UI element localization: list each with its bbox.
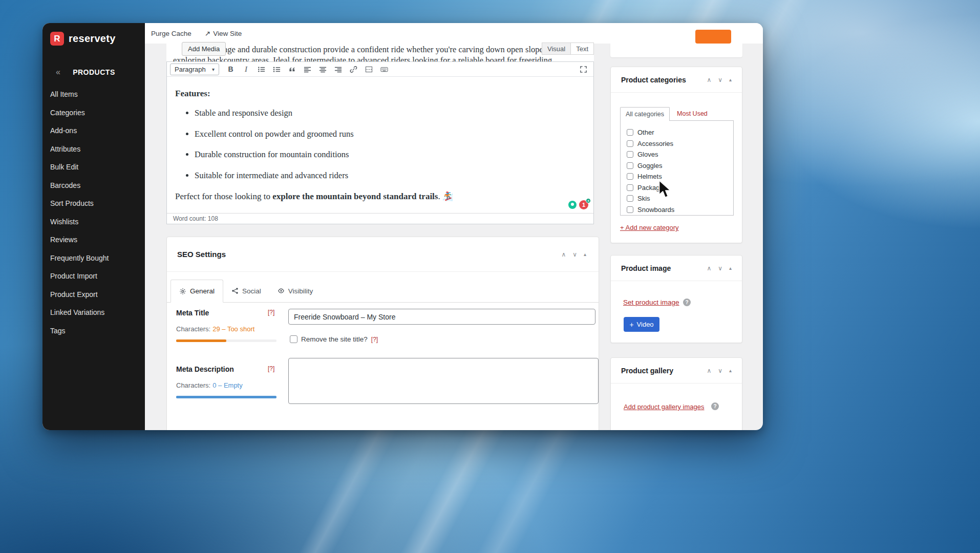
remove-site-title-row: Remove the site title? [?]	[290, 335, 378, 343]
link-button[interactable]	[347, 63, 360, 75]
sidebar-item-categories[interactable]: Categories	[42, 104, 145, 122]
sidebar-item-sort-products[interactable]: Sort Products	[42, 195, 145, 213]
panel-toggle-icon[interactable]: ▴	[729, 77, 732, 82]
sidebar-item-product-import[interactable]: Product Import	[42, 267, 145, 286]
bullet-list-button[interactable]	[254, 63, 268, 75]
update-button-partial[interactable]	[695, 30, 731, 44]
add-new-category-link[interactable]: + Add new category	[620, 224, 679, 231]
feature-item: Stable and responsive design	[195, 108, 585, 118]
remove-site-title-checkbox[interactable]	[290, 335, 297, 343]
category-checkbox[interactable]	[627, 184, 633, 191]
move-up-icon[interactable]: ∧	[707, 265, 711, 272]
grammarly-icon[interactable]	[568, 201, 577, 209]
feature-item: Excellent control on powder and groomed …	[195, 129, 585, 139]
panel-toggle-icon[interactable]: ▴	[584, 251, 586, 257]
suggestion-count-badge[interactable]: 1+	[579, 200, 588, 209]
paragraph-style-select[interactable]: Paragraph ▾	[170, 63, 219, 75]
sidebar-item-tags[interactable]: Tags	[42, 322, 145, 341]
category-checkbox[interactable]	[627, 195, 633, 202]
move-down-icon[interactable]: ∨	[718, 265, 722, 272]
align-right-button[interactable]	[331, 63, 345, 75]
panel-toggle-icon[interactable]: ▴	[729, 368, 732, 373]
sidebar-item-product-export[interactable]: Product Export	[42, 286, 145, 304]
sidebar-item-add-ons[interactable]: Add-ons	[42, 122, 145, 140]
italic-button[interactable]: I	[239, 63, 253, 75]
meta-description-length-bar	[176, 396, 276, 398]
meta-description-textarea[interactable]	[288, 358, 599, 404]
align-left-button[interactable]	[301, 63, 314, 75]
panel-toggle-icon[interactable]: ▴	[729, 265, 732, 271]
add-gallery-images-link[interactable]: Add product gallery images	[624, 403, 705, 411]
sidebar-item-linked-variations[interactable]: Linked Variations	[42, 304, 145, 322]
category-checkbox[interactable]	[627, 151, 633, 158]
keyboard-shortcuts-button[interactable]	[377, 63, 391, 75]
meta-description-help-link[interactable]: [?]	[268, 365, 274, 372]
help-icon[interactable]: ?	[711, 402, 719, 410]
add-media-button[interactable]: Add Media	[182, 42, 226, 56]
category-checkbox[interactable]	[627, 129, 633, 136]
category-row-accessories: Accessories	[627, 138, 733, 150]
category-checkbox[interactable]	[627, 173, 633, 180]
tab-social[interactable]: Social	[223, 280, 269, 302]
share-icon	[231, 287, 239, 294]
tab-social-label: Social	[242, 287, 261, 295]
numbered-list-button[interactable]	[270, 63, 284, 75]
tab-visual[interactable]: Visual	[542, 42, 570, 55]
sidebar-item-bulk-edit[interactable]: Bulk Edit	[42, 158, 145, 177]
sidebar-item-wishlists[interactable]: Wishlists	[42, 213, 145, 231]
bold-button[interactable]: B	[224, 63, 238, 75]
set-product-image-link[interactable]: Set product image	[623, 299, 679, 306]
move-down-icon[interactable]: ∨	[572, 251, 577, 258]
tab-visibility[interactable]: Visibility	[269, 280, 322, 302]
move-up-icon[interactable]: ∧	[561, 251, 566, 258]
move-up-icon[interactable]: ∧	[707, 76, 711, 83]
image-panel-controls: ∧ ∨ ▴	[707, 265, 732, 272]
word-count: Word count: 108	[173, 215, 218, 222]
move-down-icon[interactable]: ∨	[718, 76, 722, 83]
characters-value: 29 – Too short	[212, 325, 254, 333]
bold-icon: B	[228, 65, 233, 73]
category-checkbox[interactable]	[627, 162, 633, 169]
align-right-icon	[334, 66, 342, 73]
category-checkbox[interactable]	[627, 206, 633, 213]
sidebar-nav: All Items Categories Add-ons Attributes …	[42, 86, 145, 340]
sidebar-item-frequently-bought[interactable]: Frequently Bought	[42, 249, 145, 268]
fullscreen-button[interactable]	[577, 63, 590, 75]
meta-title-help-link[interactable]: [?]	[268, 309, 274, 316]
categories-tabs: All categories Most Used	[620, 107, 708, 121]
align-center-icon	[319, 66, 327, 73]
tab-most-used[interactable]: Most Used	[677, 110, 708, 121]
publish-panel-fragment	[610, 44, 742, 57]
eye-icon	[278, 287, 285, 294]
tab-general[interactable]: General	[171, 280, 223, 303]
category-checkbox[interactable]	[627, 140, 633, 147]
blockquote-button[interactable]	[285, 63, 299, 75]
move-up-icon[interactable]: ∧	[707, 367, 711, 374]
logo[interactable]: R reservety	[50, 32, 116, 46]
read-more-button[interactable]	[362, 63, 376, 75]
align-center-button[interactable]	[316, 63, 330, 75]
editor-content[interactable]: Features: Stable and responsive design E…	[167, 77, 593, 213]
sidebar-collapse-icon[interactable]: «	[56, 68, 60, 77]
sidebar-item-reviews[interactable]: Reviews	[42, 231, 145, 249]
topbar: Purge Cache ↗ View Site	[145, 23, 763, 44]
category-row-helmets: Helmets	[627, 171, 733, 182]
seo-panel-controls: ∧ ∨ ▴	[561, 251, 586, 258]
add-video-button[interactable]: + Video	[624, 317, 659, 332]
editor-top-strip: age and durable construction provide a c…	[166, 42, 594, 61]
purge-cache-link[interactable]: Purge Cache	[151, 23, 191, 44]
sidebar-item-all-items[interactable]: All Items	[42, 86, 145, 104]
remove-site-title-help-link[interactable]: [?]	[371, 336, 378, 343]
sidebar-item-barcodes[interactable]: Barcodes	[42, 177, 145, 195]
bullet-list-icon	[258, 66, 265, 73]
meta-description-characters: Characters: 0 – Empty	[176, 381, 243, 389]
category-label: Packages	[637, 184, 667, 192]
move-down-icon[interactable]: ∨	[718, 367, 722, 374]
logo-text: reservety	[69, 33, 116, 45]
tab-text[interactable]: Text	[570, 42, 594, 55]
help-icon[interactable]: ?	[683, 299, 691, 306]
view-site-link[interactable]: ↗ View Site	[205, 23, 242, 44]
sidebar-item-attributes[interactable]: Attributes	[42, 140, 145, 159]
meta-title-input[interactable]	[288, 309, 595, 325]
tab-all-categories[interactable]: All categories	[620, 107, 670, 121]
